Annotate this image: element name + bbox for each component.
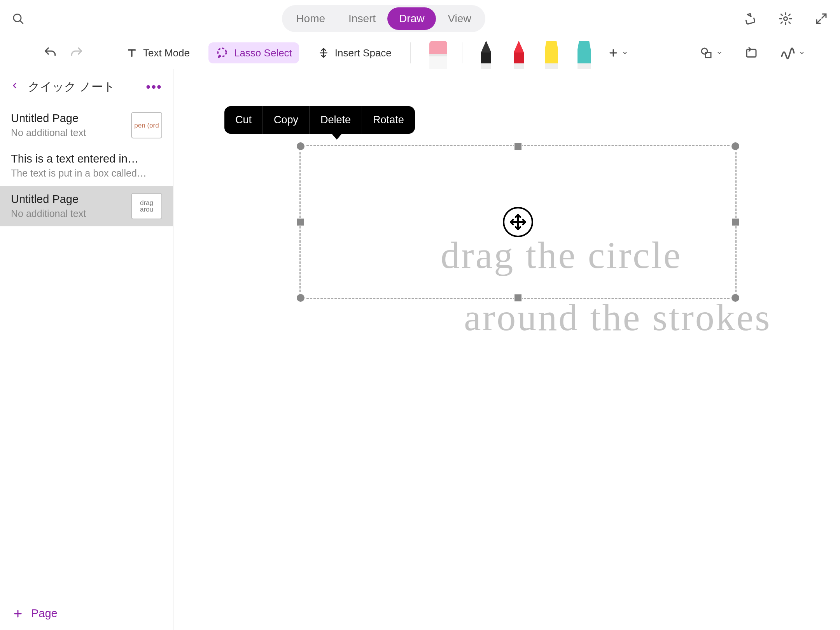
add-page-label: Page (31, 607, 58, 620)
page-thumbnail: pen (ord (131, 112, 162, 138)
resize-handle-br[interactable] (731, 293, 740, 303)
svg-marker-8 (514, 41, 524, 52)
insert-space-label: Insert Space (335, 47, 392, 59)
sidebar-more-icon[interactable]: ••• (146, 79, 162, 94)
svg-marker-5 (481, 41, 491, 52)
highlighter-yellow[interactable] (542, 41, 560, 69)
svg-point-2 (784, 17, 787, 20)
ink-replay-button[interactable] (780, 46, 805, 60)
svg-rect-6 (481, 63, 491, 69)
svg-line-1 (20, 21, 23, 23)
add-pen-button[interactable] (608, 47, 628, 58)
expand-icon[interactable] (814, 12, 828, 26)
text-mode-button[interactable]: Text Mode (119, 43, 197, 63)
back-chevron-icon[interactable] (11, 79, 19, 95)
page-sidebar: クイック ノート ••• Untitled Page No additional… (0, 69, 173, 630)
move-handle[interactable] (503, 207, 533, 237)
insert-space-button[interactable]: Insert Space (311, 43, 399, 63)
drawing-canvas[interactable]: Cut Copy Delete Rotate drag the circle a… (173, 69, 840, 630)
selection-box[interactable]: drag the circle around the strokes (299, 145, 737, 299)
svg-rect-16 (747, 49, 756, 57)
resize-handle-tl[interactable] (296, 142, 305, 151)
page-item[interactable]: This is a text entered in… The text is p… (0, 145, 173, 186)
svg-point-14 (702, 48, 707, 54)
tab-home[interactable]: Home (284, 7, 337, 30)
page-item-title: Untitled Page (11, 193, 124, 206)
context-delete[interactable]: Delete (310, 106, 362, 134)
context-menu: Cut Copy Delete Rotate (224, 106, 415, 134)
context-menu-pointer (332, 134, 341, 140)
page-item[interactable]: Untitled Page No additional text dragaro… (0, 186, 173, 226)
page-thumbnail: dragarou (131, 193, 162, 219)
toolbar-separator (462, 42, 462, 63)
svg-point-3 (218, 48, 226, 56)
toolbar-separator (410, 42, 411, 63)
tab-draw[interactable]: Draw (387, 7, 436, 30)
pen-black[interactable] (477, 41, 495, 69)
highlighter-teal[interactable] (575, 41, 593, 69)
resize-handle-t[interactable] (514, 142, 522, 150)
context-rotate[interactable]: Rotate (362, 106, 415, 134)
tab-view[interactable]: View (436, 7, 483, 30)
lasso-select-label: Lasso Select (234, 47, 292, 59)
page-item-subtitle: No additional text (11, 127, 124, 138)
ink-line-1: drag the circle (441, 233, 682, 277)
svg-rect-11 (545, 63, 558, 69)
search-icon[interactable] (12, 12, 24, 25)
redo-icon (69, 46, 84, 60)
undo-icon[interactable] (43, 46, 58, 60)
shapes-button[interactable] (699, 46, 723, 60)
svg-rect-9 (514, 63, 524, 69)
resize-handle-r[interactable] (731, 218, 740, 226)
eraser-tool[interactable] (429, 41, 447, 69)
svg-rect-13 (578, 63, 591, 69)
resize-handle-l[interactable] (296, 218, 305, 226)
ink-line-2: around the strokes (464, 296, 772, 339)
context-cut[interactable]: Cut (224, 106, 263, 134)
resize-handle-b[interactable] (514, 294, 522, 302)
share-icon[interactable] (743, 12, 757, 26)
pen-red[interactable] (510, 41, 528, 69)
lasso-select-button[interactable]: Lasso Select (208, 42, 299, 63)
page-item[interactable]: Untitled Page No additional text pen (or… (0, 105, 173, 145)
page-item-subtitle: No additional text (11, 208, 124, 219)
text-mode-label: Text Mode (143, 47, 190, 59)
resize-handle-bl[interactable] (296, 293, 305, 303)
context-copy[interactable]: Copy (263, 106, 310, 134)
ribbon-tabs: Home Insert Draw View (282, 5, 485, 32)
tab-insert[interactable]: Insert (337, 7, 387, 30)
resize-handle-tr[interactable] (731, 142, 740, 151)
settings-icon[interactable] (779, 12, 793, 26)
sidebar-title: クイック ノート (28, 79, 136, 95)
page-item-title: Untitled Page (11, 112, 124, 125)
add-page-button[interactable]: Page (0, 597, 173, 630)
page-item-subtitle: The text is put in a box called… (11, 168, 162, 179)
toolbar-separator (640, 42, 640, 63)
page-item-title: This is a text entered in… (11, 152, 162, 165)
ink-to-shape-button[interactable] (744, 46, 758, 60)
